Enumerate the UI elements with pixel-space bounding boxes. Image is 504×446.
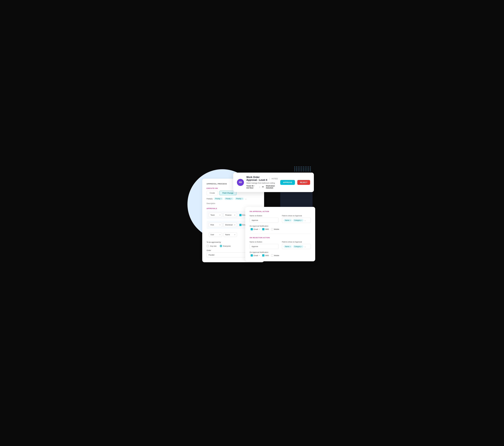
name-on-button-input[interactable] — [250, 218, 279, 223]
field-row: Field(3) Priority × Priority × Priority … — [207, 197, 260, 200]
remove-name-tag[interactable]: × — [290, 219, 291, 221]
priority-tag-2[interactable]: Priority × — [224, 197, 234, 200]
rej-name-on-button-input[interactable] — [250, 244, 279, 249]
approval-action-fields: Name on Button Field to show on Approval… — [250, 215, 311, 223]
value-select-electician[interactable]: Electician ▾ — [223, 223, 237, 227]
rejection-action-label: ON REJECTION ACTION — [250, 237, 311, 238]
rej-email-checkbox[interactable]: ✓ Email ✏ — [251, 254, 260, 256]
category-tag[interactable]: Category × — [293, 219, 303, 222]
rej-field-show-label: Field to show on Approval — [282, 241, 311, 243]
section-divider — [250, 233, 311, 234]
avatar: RD — [237, 179, 244, 186]
remove-tag-1[interactable]: × — [221, 198, 221, 199]
radio-everyone[interactable]: Everyone — [220, 245, 231, 247]
approval-notification-label: On Approval Notification — [250, 225, 311, 227]
type-select-role[interactable]: Role ▾ — [209, 223, 222, 227]
value-select-finance[interactable]: Finance ▾ — [223, 213, 237, 217]
rejection-notification-row: On Approval Notification ✓ Email ✏ ✓ SMS… — [250, 251, 311, 256]
name-on-button-label: Name on Button — [250, 215, 279, 217]
approval-sms-checkbox[interactable]: ✓ SMS — [262, 228, 269, 230]
priority-tag-3[interactable]: Priority × — [235, 197, 244, 200]
approval-email-edit[interactable]: ✏ — [259, 228, 260, 230]
rej-field-show-dropdown[interactable]: Name × Category × ⌄ — [282, 244, 311, 249]
type-select-team[interactable]: Team ▾ — [209, 213, 222, 217]
description-input[interactable] — [207, 202, 260, 205]
radio-everyone-inner — [220, 245, 222, 247]
rejection-notification-label: On Approval Notification — [250, 251, 311, 253]
field-show-label: Field to show on Approval — [282, 215, 311, 217]
rej-email-edit[interactable]: ✏ — [259, 255, 260, 256]
radio-any-one[interactable]: Any one — [207, 245, 216, 247]
work-order-info: Work Order Approval - Level 4 | #47832 W… — [246, 176, 278, 189]
right-panel-card: ON APPROVAL ACTION Name on Button Field … — [245, 207, 315, 261]
remove-rej-category-tag[interactable]: × — [301, 246, 302, 247]
approval-notification-row: On Approval Notification ✓ Email ✏ ✓ SMS… — [250, 225, 311, 230]
field-label: Field(3) — [207, 198, 213, 200]
field-show-col: Field to show on Approval Name × Categor… — [282, 215, 311, 223]
rej-sms-checkbox[interactable]: ✓ SMS — [262, 254, 269, 256]
field-dropdown-arrow[interactable]: ⌄ — [245, 197, 247, 200]
remove-tag-3[interactable]: × — [242, 198, 242, 199]
reject-button[interactable]: REJECT — [297, 180, 310, 185]
rej-field-show-col: Field to show on Approval Name × Categor… — [282, 241, 311, 249]
decorative-dots-top-right — [294, 167, 311, 171]
approve-button[interactable]: APPROVE — [280, 180, 295, 185]
type-select-user[interactable]: User ▾ — [209, 232, 222, 237]
rejection-action-fields: Name on Button Field to show on Approval… — [250, 241, 311, 249]
priority-tag-1[interactable]: Priority × — [214, 197, 223, 200]
field-show-dropdown[interactable]: Name × Category × ⌄ — [282, 218, 311, 223]
rejection-notif-checkboxes: ✓ Email ✏ ✓ SMS Mobile — [251, 254, 311, 256]
email-checked-icon: ✓ — [239, 214, 241, 216]
create-tab[interactable]: Create — [207, 191, 218, 195]
approval-action-label: ON APPROVAL ACTION — [250, 211, 311, 212]
rej-name-tag[interactable]: Name × — [284, 245, 292, 248]
approval-email-checkbox[interactable]: ✓ Email ✏ — [251, 228, 260, 230]
name-on-button-col: Name on Button — [250, 215, 279, 223]
type-select-arrow: ▾ — [220, 214, 220, 216]
value-select-arrow: ▾ — [234, 214, 235, 216]
rej-name-on-button-label: Name on Button — [250, 241, 279, 243]
remove-category-tag[interactable]: × — [301, 219, 302, 221]
field-show-dropdown-arrow[interactable]: ⌄ — [304, 219, 306, 221]
work-order-location: Tower B / 3rd floor | ✉ Shahraban Abdull… — [246, 185, 278, 189]
work-order-card: RD Work Order Approval - Level 4 | #4783… — [233, 173, 314, 192]
rej-category-tag[interactable]: Category × — [293, 245, 303, 248]
value-select-name[interactable]: Name ▾ — [223, 232, 237, 237]
radio-everyone-outer — [220, 245, 222, 247]
remove-rej-name-tag[interactable]: × — [290, 246, 291, 247]
work-order-title: Work Order Approval - Level 4 | #47832 — [246, 176, 278, 181]
name-tag[interactable]: Name × — [284, 219, 292, 222]
rej-name-on-button-col: Name on Button — [250, 241, 279, 249]
rej-mobile-checkbox[interactable]: Mobile — [271, 254, 279, 256]
approval-notif-checkboxes: ✓ Email ✏ ✓ SMS Mobile — [251, 228, 311, 230]
email-icon: ✉ — [262, 186, 264, 188]
work-order-description: Water leakage from bathroom ceiling — [246, 182, 278, 184]
approval-mobile-checkbox[interactable]: Mobile — [271, 228, 279, 230]
radio-any-outer — [207, 245, 209, 247]
remove-tag-2[interactable]: × — [231, 198, 232, 199]
rej-field-show-dropdown-arrow[interactable]: ⌄ — [304, 246, 306, 248]
